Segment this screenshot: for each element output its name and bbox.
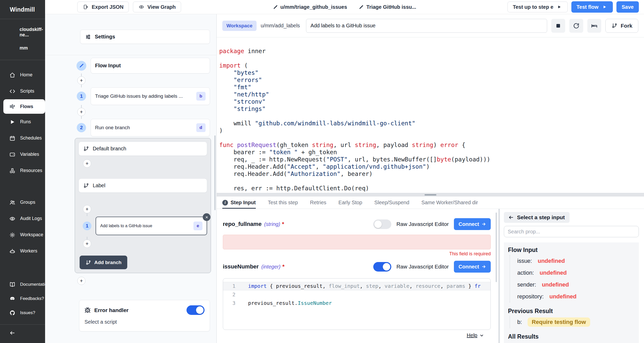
pane-splitter[interactable] xyxy=(217,193,644,197)
tab-test-this-step[interactable]: Test this step xyxy=(268,197,298,209)
add-step-button[interactable]: + xyxy=(77,108,86,116)
select-step-input-button[interactable]: Select a step input xyxy=(504,212,570,223)
tab-retries[interactable]: Retries xyxy=(310,197,326,209)
sidebar-item-audit-logs[interactable]: Audit Logs xyxy=(0,210,45,227)
code-icon xyxy=(9,88,15,94)
selected-step-card-e[interactable]: Add labels to a GitHub issue e xyxy=(96,217,207,235)
sidebar-item-scripts[interactable]: Scripts xyxy=(0,83,45,99)
step-card-b[interactable]: Triage GitHub issues by adding labels ..… xyxy=(91,87,210,105)
remove-step-button[interactable] xyxy=(203,213,210,221)
prop-key: b: xyxy=(517,319,522,325)
code-line xyxy=(219,177,644,185)
code-line: "errors" xyxy=(219,76,644,84)
workspace-switcher[interactable]: cloudskiff-ne... xyxy=(0,23,45,41)
sidebar-item-schedules[interactable]: Schedules xyxy=(0,130,45,146)
scrollbar[interactable] xyxy=(214,135,216,210)
pencil-icon xyxy=(79,63,84,68)
tab-step-input[interactable]: iStep Input xyxy=(222,197,256,209)
flow-input-edit-badge[interactable] xyxy=(77,61,86,71)
sidebar-item-feedbacks[interactable]: Feedbacks? xyxy=(0,291,45,306)
refresh-icon xyxy=(573,23,579,29)
repo-fullname-input[interactable] xyxy=(223,235,491,249)
search-prop-input[interactable] xyxy=(504,226,639,237)
raw-js-toggle-issue-number[interactable] xyxy=(373,262,391,272)
export-json-button[interactable]: Export JSON xyxy=(77,2,129,12)
prop-issue[interactable]: issue:undefined xyxy=(517,255,634,267)
error-handler-subtitle[interactable]: Select a script xyxy=(84,319,205,325)
person-icon xyxy=(9,45,15,51)
step-card-d[interactable]: Run one branch d xyxy=(91,119,210,136)
select-step-input-label: Select a step input xyxy=(517,214,565,221)
flow-settings-button[interactable]: Settings xyxy=(80,30,210,44)
prop-action[interactable]: action:undefined xyxy=(517,267,634,279)
field-type: (string) xyxy=(264,221,280,227)
add-step-button[interactable]: + xyxy=(77,277,86,285)
error-handler-toggle[interactable] xyxy=(187,305,205,315)
sidebar-item-documentation[interactable]: Documentation xyxy=(0,277,45,291)
stop-button[interactable] xyxy=(551,19,565,33)
calendar-icon xyxy=(9,135,15,141)
flow-title-edit[interactable]: Triage GitHub issu... xyxy=(359,4,416,10)
sidebar-item-flows[interactable]: Flows xyxy=(3,99,45,114)
flow-input-card[interactable]: Flow Input xyxy=(91,58,210,74)
sidebar-item-issues[interactable]: Issues? xyxy=(0,306,45,320)
test-flow-button[interactable]: Test flow xyxy=(571,1,613,13)
collapse-sidebar-button[interactable] xyxy=(9,330,15,336)
close-icon xyxy=(205,216,208,219)
wallet-icon xyxy=(9,151,15,158)
raw-js-toggle-repo-fullname[interactable] xyxy=(373,219,391,229)
prop-sender[interactable]: sender:undefined xyxy=(517,279,634,291)
add-step-button[interactable]: + xyxy=(83,205,91,213)
sidebar-item-variables[interactable]: Variables xyxy=(0,146,45,162)
sidebar-item-runs[interactable]: Runs xyxy=(0,114,45,130)
chevron-down-icon[interactable] xyxy=(479,333,484,338)
connect-button-issue-number[interactable]: Connect xyxy=(454,261,491,273)
flow-path-edit[interactable]: u/mm/triage_github_issues xyxy=(273,4,347,10)
flow-input-heading: Flow Input xyxy=(508,247,634,254)
tab-same-worker-shared-dir[interactable]: Same Worker/Shared dir xyxy=(421,197,478,209)
all-results-heading: All Results xyxy=(508,333,634,340)
js-expression-editor[interactable]: 1import { previous_result, flow_input, s… xyxy=(223,278,491,330)
default-branch-card[interactable]: Default branch xyxy=(79,142,207,156)
user-menu[interactable]: mm xyxy=(0,41,45,55)
add-step-button[interactable]: + xyxy=(77,76,86,85)
prop-repository[interactable]: repository:undefined xyxy=(517,291,634,303)
prop-value-highlighted: Require testing flow xyxy=(528,317,590,327)
connect-button-repo-fullname[interactable]: Connect xyxy=(454,218,491,230)
sidebar-item-workspace[interactable]: Workspace xyxy=(0,227,45,243)
required-asterisk: * xyxy=(282,263,285,270)
error-handler-card[interactable]: Error handler Select a script xyxy=(79,300,210,331)
connect-label: Connect xyxy=(459,221,479,227)
pencil-icon xyxy=(359,5,364,10)
main-area: Export JSON View Graph u/mm/triage_githu… xyxy=(45,0,644,343)
restart-button[interactable] xyxy=(569,19,583,33)
sidebar-nav: HomeScriptsFlowsRunsSchedulesVariablesRe… xyxy=(0,60,45,179)
step-summary-input[interactable] xyxy=(306,19,547,33)
sidebar-item-groups[interactable]: Groups xyxy=(0,194,45,210)
error-handler-title: Error handler xyxy=(94,307,129,313)
sidebar-item-workers[interactable]: Workers xyxy=(0,243,45,259)
tab-label: Test this step xyxy=(268,200,298,206)
help-link[interactable]: Help xyxy=(467,332,477,338)
sidebar-item-label: Flows xyxy=(20,104,33,109)
sidebar-item-home[interactable]: Home xyxy=(0,67,45,83)
fork-button[interactable]: Fork xyxy=(605,19,638,33)
sleep-button[interactable] xyxy=(587,19,601,33)
view-graph-button[interactable]: View Graph xyxy=(133,2,181,12)
test-up-to-step-button[interactable]: Test up to step e xyxy=(507,2,568,12)
tab-sleep-suspend[interactable]: Sleep/Suspend xyxy=(374,197,409,209)
branch-label-card[interactable]: Label xyxy=(79,178,207,193)
tab-early-stop[interactable]: Early Stop xyxy=(338,197,362,209)
add-step-button[interactable]: + xyxy=(83,159,91,168)
git-branch-icon xyxy=(83,146,89,152)
add-branch-button[interactable]: Add branch xyxy=(80,256,127,269)
code-editor[interactable]: package innerimport ( "bytes" "errors" "… xyxy=(217,37,644,193)
pencil-icon xyxy=(273,5,278,10)
save-button[interactable]: Save xyxy=(616,1,639,13)
sidebar-nav-admin: GroupsAudit LogsWorkspaceWorkers xyxy=(0,179,45,259)
prop-previous-result-b[interactable]: b: Require testing flow xyxy=(517,316,634,328)
add-step-button[interactable]: + xyxy=(83,240,91,248)
sidebar-item-resources[interactable]: Resources xyxy=(0,162,45,179)
sidebar-item-label: Issues? xyxy=(20,310,35,315)
scrollbar[interactable] xyxy=(496,213,497,282)
